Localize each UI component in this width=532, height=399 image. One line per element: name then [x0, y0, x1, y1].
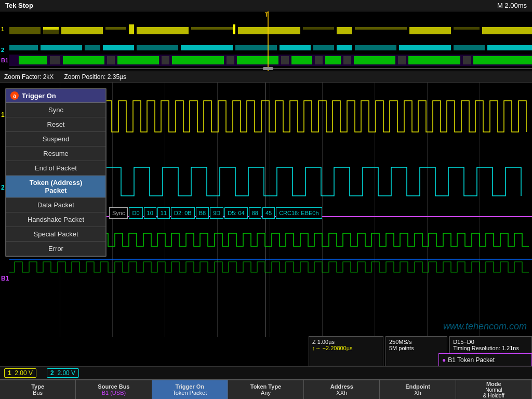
menu-title-label: Trigger On	[22, 92, 56, 100]
svg-rect-40	[281, 56, 289, 64]
toolbar-address-bottom: XXh	[336, 390, 347, 396]
cursor-info-box: Z 1.00µs ↑→ −2.20800µs	[309, 336, 383, 366]
overview-area: 1 2 B1 USB	[0, 11, 532, 71]
toolbar-source-bottom: B1 (USB)	[102, 390, 126, 396]
svg-rect-45	[354, 56, 395, 64]
svg-rect-51	[263, 67, 273, 70]
svg-rect-46	[398, 56, 406, 64]
bottom-toolbar: Type Bus Source Bus B1 (USB) Trigger On …	[0, 379, 532, 399]
svg-rect-1	[43, 27, 59, 30]
svg-rect-43	[325, 56, 341, 64]
svg-rect-20	[137, 45, 178, 50]
packet-label-10: 10	[144, 207, 156, 219]
toolbar-trigger-top: Trigger On	[175, 383, 204, 390]
svg-rect-35	[117, 56, 159, 64]
svg-rect-5	[129, 24, 134, 34]
svg-rect-23	[280, 45, 311, 50]
overview-ch2-waveform	[9, 43, 532, 53]
menu-item-resume[interactable]: Resume	[6, 147, 105, 161]
menu-item-token-address[interactable]: Token (Address)Packet	[6, 176, 105, 198]
menu-item-reset[interactable]: Reset	[6, 117, 105, 132]
toolbar-endpoint[interactable]: Endpoint Xh	[380, 380, 456, 399]
svg-rect-28	[454, 45, 485, 50]
svg-rect-27	[399, 45, 451, 50]
toolbar-type-bus[interactable]: Type Bus	[0, 380, 76, 399]
toolbar-endpoint-top: Endpoint	[405, 383, 430, 390]
svg-rect-4	[105, 27, 126, 30]
toolbar-endpoint-bottom: Xh	[414, 390, 421, 396]
top-bar: Tek Stop M 2.00ms	[0, 0, 532, 11]
svg-rect-22	[235, 45, 277, 50]
menu-item-error[interactable]: Error	[6, 242, 105, 256]
watermark: www.tehencom.com	[443, 321, 527, 332]
z-time-label: Z 1.00µs	[312, 339, 380, 345]
svg-rect-39	[237, 56, 278, 64]
main-ch2-label: 2	[1, 184, 5, 191]
left-menu: a Trigger On Sync Reset Suspend Resume E…	[5, 88, 107, 257]
svg-rect-37	[172, 56, 224, 64]
decode-range-label: D15−D0	[453, 339, 528, 345]
b1-token-packet-box: ● B1 Token Packet	[438, 353, 532, 366]
packet-label-45: 45	[262, 207, 275, 219]
toolbar-source-bus[interactable]: Source Bus B1 (USB)	[76, 380, 152, 399]
svg-rect-18	[85, 45, 100, 50]
svg-rect-33	[63, 56, 104, 64]
trigger-marker	[268, 11, 269, 71]
svg-rect-13	[409, 27, 451, 34]
packet-label-D20B: D2: 0B	[171, 207, 195, 219]
packet-label-9D: 9D	[210, 207, 223, 219]
svg-rect-31	[19, 56, 47, 64]
packet-label-CRC16EBE0h: CRC16: EBE0h	[276, 207, 322, 219]
svg-rect-41	[291, 56, 312, 64]
menu-item-handshake-packet[interactable]: Handshake Packet	[6, 212, 105, 227]
toolbar-mode-bottom: Normal& Holdoff	[483, 387, 504, 398]
svg-rect-2	[43, 30, 59, 34]
overview-ch1-waveform	[9, 23, 532, 38]
toolbar-token-top: Token Type	[250, 383, 282, 390]
menu-item-suspend[interactable]: Suspend	[6, 132, 105, 147]
toolbar-mode-top: Mode	[486, 381, 501, 387]
svg-rect-25	[337, 45, 352, 50]
sample-rate-label: 250MS/s	[389, 339, 444, 345]
svg-rect-29	[487, 45, 532, 50]
svg-rect-42	[315, 56, 323, 64]
trigger-on-icon: a	[10, 91, 19, 100]
svg-rect-36	[162, 56, 169, 64]
packet-label-D504: D5: 04	[224, 207, 247, 219]
packet-label-B8: B8	[196, 207, 209, 219]
svg-rect-12	[355, 27, 407, 30]
svg-rect-26	[355, 45, 396, 50]
svg-rect-19	[103, 45, 134, 50]
svg-rect-8	[233, 24, 235, 34]
b1-token-text: B1 Token Packet	[448, 356, 495, 364]
toolbar-token-bottom: Any	[261, 390, 271, 396]
svg-rect-24	[313, 45, 334, 50]
packet-label-Sync: Sync	[109, 207, 128, 219]
menu-item-end-of-packet[interactable]: End of Packet	[6, 161, 105, 176]
svg-rect-17	[41, 45, 82, 50]
ch2-voltage-box: 2 2.00 V	[47, 368, 79, 378]
toolbar-address[interactable]: Address XXh	[304, 380, 380, 399]
main-b1-label: B1	[1, 275, 9, 282]
svg-rect-49	[473, 56, 532, 64]
toolbar-trigger-on[interactable]: Trigger On Token Packet	[152, 380, 228, 399]
svg-rect-32	[50, 56, 60, 64]
svg-rect-7	[191, 27, 233, 30]
toolbar-address-top: Address	[330, 383, 353, 390]
cursor-time-label: ↑→ −2.20800µs	[312, 345, 380, 351]
main-ch1-label: 1	[1, 111, 5, 118]
svg-rect-14	[454, 27, 480, 30]
ch2-voltage-label: 2.00 V	[57, 369, 75, 377]
toolbar-source-top: Source Bus	[98, 383, 129, 390]
timing-res-label: Timing Resolution: 1.21ns	[453, 345, 528, 351]
svg-rect-3	[61, 27, 103, 34]
zoom-bar: Zoom Factor: 2kX Zoom Position: 2.35µs	[0, 71, 532, 83]
toolbar-mode[interactable]: Mode Normal& Holdoff	[456, 380, 532, 399]
menu-item-sync[interactable]: Sync	[6, 103, 105, 117]
svg-rect-47	[408, 56, 460, 64]
main-waveform-area: 1 2 B1 SyncD01011D2: 0BB89DD5: 048845CRC…	[0, 83, 532, 337]
toolbar-token-type[interactable]: Token Type Any	[228, 380, 304, 399]
b1-token-label: ●	[442, 356, 446, 364]
menu-item-data-packet[interactable]: Data Packet	[6, 198, 105, 212]
menu-item-special-packet[interactable]: Special Packet	[6, 227, 105, 242]
